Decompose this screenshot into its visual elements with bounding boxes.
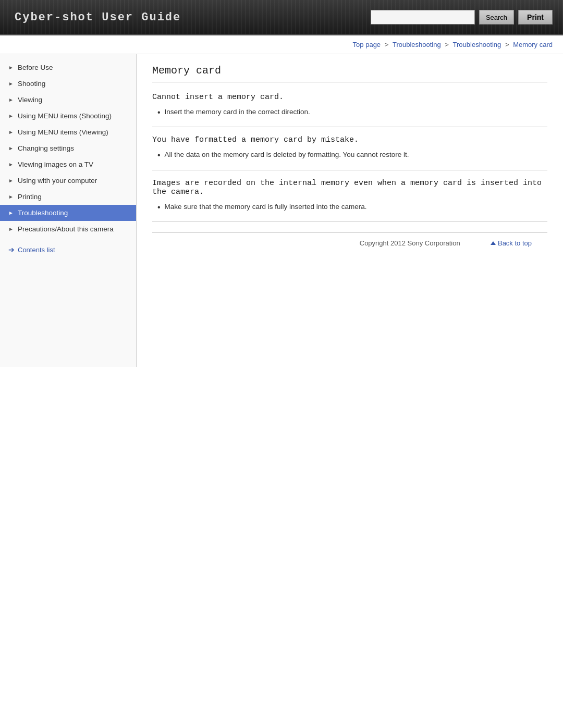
breadcrumb-separator-3: > <box>505 41 511 48</box>
triangle-up-icon <box>491 241 496 245</box>
sidebar-item-label: Using with your computer <box>18 177 97 184</box>
section-divider-3 <box>152 221 547 222</box>
chevron-right-icon: ► <box>8 97 14 103</box>
bullet-text: Make sure that the memory card is fully … <box>165 202 367 212</box>
breadcrumb-link-troubleshooting-1[interactable]: Troubleshooting <box>393 41 441 48</box>
breadcrumb-link-memory-card[interactable]: Memory card <box>513 41 553 48</box>
section-internal-memory: Images are recorded on the internal memo… <box>152 179 547 213</box>
contents-list-label: Contents list <box>18 246 55 254</box>
header-controls: Search Print <box>371 10 563 24</box>
sidebar-item-troubleshooting[interactable]: ► Troubleshooting <box>0 205 136 221</box>
breadcrumb: Top page > Troubleshooting > Troubleshoo… <box>0 35 563 54</box>
chevron-right-icon: ► <box>8 129 14 135</box>
sidebar-item-using-menu-viewing[interactable]: ► Using MENU items (Viewing) <box>0 124 136 140</box>
sidebar-item-viewing[interactable]: ► Viewing <box>0 92 136 108</box>
app-title: Cyber-shot User Guide <box>0 11 181 24</box>
sidebar-item-label: Using MENU items (Viewing) <box>18 128 108 136</box>
breadcrumb-link-troubleshooting-2[interactable]: Troubleshooting <box>453 41 501 48</box>
chevron-right-icon: ► <box>8 162 14 167</box>
sidebar-item-label: Viewing images on a TV <box>18 161 93 168</box>
bullet-item: • Insert the memory card in the correct … <box>152 107 547 118</box>
sidebar-item-label: Printing <box>18 193 42 201</box>
search-input[interactable] <box>371 10 475 24</box>
sidebar-item-label: Viewing <box>18 96 42 104</box>
sidebar-item-shooting[interactable]: ► Shooting <box>0 76 136 92</box>
chevron-right-icon: ► <box>8 81 14 87</box>
sidebar-item-changing-settings[interactable]: ► Changing settings <box>0 140 136 156</box>
section-heading-2: You have formatted a memory card by mist… <box>152 135 547 144</box>
page-layout: ► Before Use ► Shooting ► Viewing ► Usin… <box>0 54 563 367</box>
chevron-right-icon: ► <box>8 210 14 216</box>
sidebar: ► Before Use ► Shooting ► Viewing ► Usin… <box>0 54 137 367</box>
chevron-right-icon: ► <box>8 194 14 200</box>
title-divider <box>152 82 547 82</box>
breadcrumb-link-top-page[interactable]: Top page <box>353 41 381 48</box>
contents-list-link[interactable]: ➔ Contents list <box>0 240 136 259</box>
bullet-icon: • <box>157 107 161 118</box>
sidebar-item-label: Precautions/About this camera <box>18 225 114 233</box>
header: Cyber-shot User Guide Search Print <box>0 0 563 35</box>
bullet-icon: • <box>157 202 161 213</box>
back-to-top-link[interactable]: Back to top <box>491 239 532 247</box>
bullet-item: • All the data on the memory card is del… <box>152 150 547 161</box>
chevron-right-icon: ► <box>8 145 14 151</box>
sidebar-item-label: Shooting <box>18 80 45 88</box>
copyright-text: Copyright 2012 Sony Corporation <box>329 239 490 247</box>
arrow-right-icon: ➔ <box>8 245 15 254</box>
bullet-item: • Make sure that the memory card is full… <box>152 202 547 213</box>
section-formatted-mistake: You have formatted a memory card by mist… <box>152 135 547 161</box>
breadcrumb-separator-2: > <box>445 41 450 48</box>
sidebar-item-printing[interactable]: ► Printing <box>0 189 136 205</box>
chevron-right-icon: ► <box>8 113 14 119</box>
sidebar-item-precautions[interactable]: ► Precautions/About this camera <box>0 221 136 237</box>
sidebar-item-viewing-tv[interactable]: ► Viewing images on a TV <box>0 156 136 172</box>
bullet-icon: • <box>157 150 161 161</box>
section-heading-1: Cannot insert a memory card. <box>152 93 547 102</box>
back-to-top-label: Back to top <box>498 239 532 247</box>
section-heading-3: Images are recorded on the internal memo… <box>152 179 547 196</box>
bullet-text: All the data on the memory card is delet… <box>165 150 409 160</box>
bullet-text: Insert the memory card in the correct di… <box>165 107 310 117</box>
main-content: Memory card Cannot insert a memory card.… <box>137 54 563 367</box>
bottom-bar: Copyright 2012 Sony Corporation Back to … <box>152 232 547 253</box>
page-title: Memory card <box>152 65 547 77</box>
chevron-right-icon: ► <box>8 65 14 70</box>
sidebar-item-label: Before Use <box>18 64 53 71</box>
sidebar-item-label: Using MENU items (Shooting) <box>18 112 112 120</box>
chevron-right-icon: ► <box>8 226 14 232</box>
search-button[interactable]: Search <box>479 10 514 24</box>
sidebar-item-before-use[interactable]: ► Before Use <box>0 59 136 76</box>
sidebar-item-label: Changing settings <box>18 144 74 152</box>
sidebar-item-label: Troubleshooting <box>18 209 68 217</box>
print-button[interactable]: Print <box>518 10 553 24</box>
sidebar-item-using-computer[interactable]: ► Using with your computer <box>0 172 136 189</box>
sidebar-item-using-menu-shooting[interactable]: ► Using MENU items (Shooting) <box>0 108 136 124</box>
section-divider-1 <box>152 127 547 127</box>
breadcrumb-separator-1: > <box>385 41 390 48</box>
section-divider-2 <box>152 170 547 170</box>
section-cannot-insert: Cannot insert a memory card. • Insert th… <box>152 93 547 118</box>
chevron-right-icon: ► <box>8 178 14 183</box>
